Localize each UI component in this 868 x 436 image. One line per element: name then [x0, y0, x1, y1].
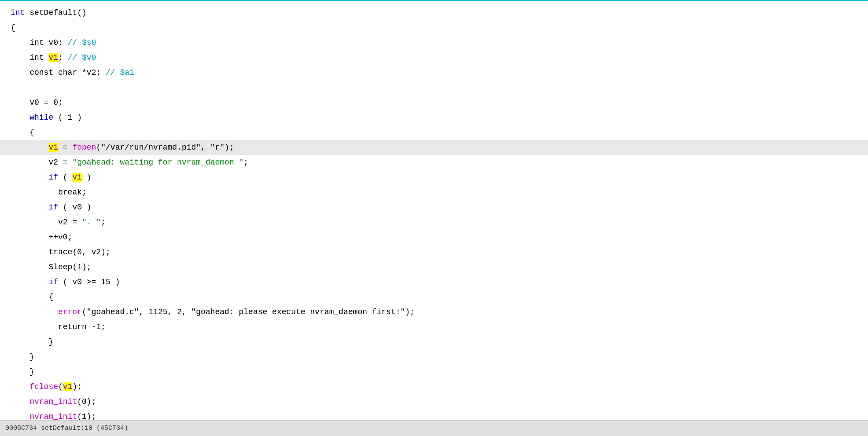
code-line: error("goahead.c", 1125, 2, "goahead: pl…	[0, 304, 868, 319]
code-line: {	[0, 289, 868, 304]
code-line: v2 = "goahead: waiting for nvram_daemon …	[0, 155, 868, 170]
code-line: int v0; // $s0	[0, 35, 868, 50]
code-line: nvram_init(0);	[0, 394, 868, 409]
status-bar: 0005C734 setDefault:10 (45C734)	[0, 420, 868, 436]
code-line: v1 = fopen("/var/run/nvramd.pid", "r");	[0, 140, 868, 155]
code-line	[0, 80, 868, 95]
code-line: ++v0;	[0, 230, 868, 245]
code-line: return -1;	[0, 319, 868, 334]
code-line: if ( v0 >= 15 )	[0, 275, 868, 289]
code-line: Sleep(1);	[0, 260, 868, 275]
editor-container: int setDefault(){ int v0; // $s0 int v1;…	[0, 0, 868, 436]
code-area[interactable]: int setDefault(){ int v0; // $s0 int v1;…	[0, 1, 868, 420]
code-line: v0 = 0;	[0, 95, 868, 110]
code-line: }	[0, 364, 868, 379]
code-line: v2 = ". ";	[0, 215, 868, 230]
code-line: }	[0, 349, 868, 364]
status-text: 0005C734 setDefault:10 (45C734)	[5, 425, 128, 432]
code-line: fclose(v1);	[0, 379, 868, 394]
code-line: }	[0, 334, 868, 349]
code-line: int setDefault()	[0, 5, 868, 20]
code-line: const char *v2; // $a1	[0, 65, 868, 80]
code-line: nvram_init(1);	[0, 409, 868, 420]
code-line: {	[0, 20, 868, 35]
code-line: int v1; // $v0	[0, 50, 868, 65]
code-line: break;	[0, 185, 868, 200]
code-line: if ( v0 )	[0, 200, 868, 215]
code-line: {	[0, 125, 868, 140]
code-line: while ( 1 )	[0, 110, 868, 125]
code-line: trace(0, v2);	[0, 245, 868, 260]
code-line: if ( v1 )	[0, 170, 868, 185]
